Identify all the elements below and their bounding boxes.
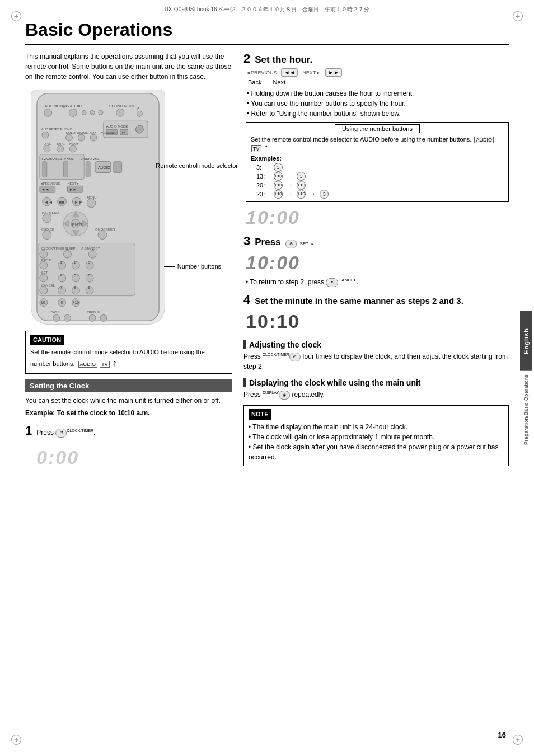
svg-text:►►: ►► xyxy=(74,200,83,205)
right-tab-section: Preparation/Basic Operations xyxy=(523,374,529,445)
svg-text:3: 3 xyxy=(88,260,90,264)
svg-point-4 xyxy=(69,109,77,116)
section-body: You can set the clock while the main uni… xyxy=(25,396,232,472)
svg-rect-39 xyxy=(43,162,47,177)
svg-point-78 xyxy=(88,250,96,258)
svg-text:◄◄: ◄◄ xyxy=(44,200,53,205)
svg-text:10: 10 xyxy=(41,300,45,304)
intro-text: This manual explains the operations assu… xyxy=(25,51,232,82)
adjusting-heading: Adjusting the clock xyxy=(243,340,509,349)
display-btn: ◉ xyxy=(279,391,290,400)
btn-3-ex4: 3 xyxy=(320,190,329,199)
svg-rect-44 xyxy=(114,162,122,173)
btn-3-ex2: 3 xyxy=(297,172,306,181)
svg-point-111 xyxy=(53,314,60,321)
next-label: Next xyxy=(273,79,285,86)
svg-point-88 xyxy=(40,274,48,282)
back-label: Back xyxy=(248,79,261,86)
note-list: The time display on the main unit is a 2… xyxy=(249,422,504,462)
svg-point-69 xyxy=(43,231,51,240)
step-1-number: 1 xyxy=(25,421,32,440)
svg-point-113 xyxy=(89,314,96,321)
svg-text:NEXT►: NEXT► xyxy=(67,182,79,185)
svg-text:◄◄: ◄◄ xyxy=(41,187,49,191)
svg-text:SOUND MODE: SOUND MODE xyxy=(109,104,136,108)
btn-3-ex1: 3 xyxy=(274,163,283,172)
nav-icons: ◄PREVIOUS ◄◄ NEXT► ►► xyxy=(246,68,509,77)
svg-point-114 xyxy=(100,314,107,321)
svg-point-2 xyxy=(44,109,52,116)
svg-text:AUDIO VOL: AUDIO VOL xyxy=(81,157,100,161)
svg-rect-40 xyxy=(64,162,68,177)
svg-point-11 xyxy=(137,111,142,116)
svg-text:8: 8 xyxy=(74,285,76,289)
page-title: Basic Operations xyxy=(25,20,509,45)
step-4-title: Set the minute in the same manner as ste… xyxy=(255,296,463,306)
example-row-13: 13: +10 → 3 xyxy=(256,172,329,181)
page-number: 16 xyxy=(498,731,506,739)
svg-point-5 xyxy=(82,110,86,115)
prev-btn[interactable]: ◄◄ xyxy=(281,68,298,77)
svg-text:TV VOL: TV VOL xyxy=(62,157,74,161)
svg-point-71 xyxy=(98,231,107,240)
svg-point-6 xyxy=(90,110,95,115)
number-buttons-title: Using the number buttons xyxy=(335,124,420,133)
svg-text:4: 4 xyxy=(60,273,63,277)
cancel-btn-icon: ✕ xyxy=(326,278,338,287)
svg-text:FM/AM: FM/AM xyxy=(67,142,78,145)
svg-text:2: 2 xyxy=(74,260,76,264)
svg-point-30 xyxy=(44,145,50,152)
displaying-heading: Displaying the clock while using the mai… xyxy=(243,378,509,387)
next-btn[interactable]: ►► xyxy=(325,68,342,77)
corner-mark-bl xyxy=(11,735,21,745)
svg-text:TV/S/EIO: TV/S/EIO xyxy=(99,131,113,134)
step-4-clock: 10:10 xyxy=(246,311,509,332)
example-row-20: 20: +10 → +10 xyxy=(256,181,329,190)
corner-mark-tl xyxy=(11,11,21,21)
adjusting-text: Press CLOCK/TIMER⏱ four times to display… xyxy=(243,351,509,372)
svg-point-32 xyxy=(57,145,64,152)
svg-text:TREBLE: TREBLE xyxy=(87,311,100,314)
svg-text:+10: +10 xyxy=(72,300,79,304)
step-1-title: Press ⏱CLOCK/TIMER. xyxy=(36,428,95,438)
svg-text:TAPE: TAPE xyxy=(57,142,65,145)
step-3-number: 3 xyxy=(243,234,250,248)
svg-rect-41 xyxy=(86,162,90,177)
svg-text:TV: TV xyxy=(134,106,139,110)
svg-point-23 xyxy=(65,134,72,141)
svg-text:BASS: BASS xyxy=(51,311,60,314)
main-content: Basic Operations This manual explains th… xyxy=(25,20,509,731)
svg-text:9: 9 xyxy=(88,285,90,289)
svg-point-77 xyxy=(64,250,72,258)
svg-text:AUDIO MODE: AUDIO MODE xyxy=(106,125,128,128)
step-4: 4 Set the minute in the same manner as s… xyxy=(243,293,509,332)
set-label: SET xyxy=(300,241,309,246)
svg-text:ON SCREEN: ON SCREEN xyxy=(95,228,115,231)
svg-text:A.STANDBY: A.STANDBY xyxy=(81,247,100,250)
svg-text:CLOCK/TIMER: CLOCK/TIMER xyxy=(41,247,64,250)
svg-text:7: 7 xyxy=(60,285,63,289)
clock-timer-btn: ⏱ xyxy=(55,429,67,438)
note-label: NOTE xyxy=(249,409,271,420)
example-row-23: 23: +10 → +10 → 3 xyxy=(256,190,329,199)
remote-svg: FADE MUTING ⏻/1 AUDIO SOUND MODE TV AUDI… xyxy=(31,90,165,325)
svg-point-34 xyxy=(69,145,76,152)
svg-text:►►: ►► xyxy=(69,187,77,191)
svg-text:0: 0 xyxy=(61,300,63,304)
examples-label: Examples: xyxy=(251,155,282,162)
svg-text:COLOR: COLOR xyxy=(65,131,78,134)
svg-text:DIMMER: DIMMER xyxy=(77,131,91,134)
section-heading: Setting the Clock xyxy=(25,379,232,392)
two-col-layout: This manual explains the operations assu… xyxy=(25,51,509,477)
svg-text:TOP MENU: TOP MENU xyxy=(41,211,59,214)
svg-text:⏻/1 AUDIO: ⏻/1 AUDIO xyxy=(62,104,83,108)
step-2-bullet-3: Refer to "Using the number buttons" show… xyxy=(247,109,509,119)
btn-plus10-ex4a: +10 xyxy=(274,190,283,199)
note-item-1: The time display on the main unit is a 2… xyxy=(249,422,504,432)
svg-point-58 xyxy=(87,199,96,208)
right-tab: English Preparation/Basic Operations xyxy=(518,0,534,756)
note-item-3: Set the clock again after you have disco… xyxy=(249,442,504,462)
svg-text:TV/CHANNEL: TV/CHANNEL xyxy=(41,157,63,161)
example-row-3: 3: 3 xyxy=(256,163,329,172)
step-3-title: Press xyxy=(255,237,280,248)
